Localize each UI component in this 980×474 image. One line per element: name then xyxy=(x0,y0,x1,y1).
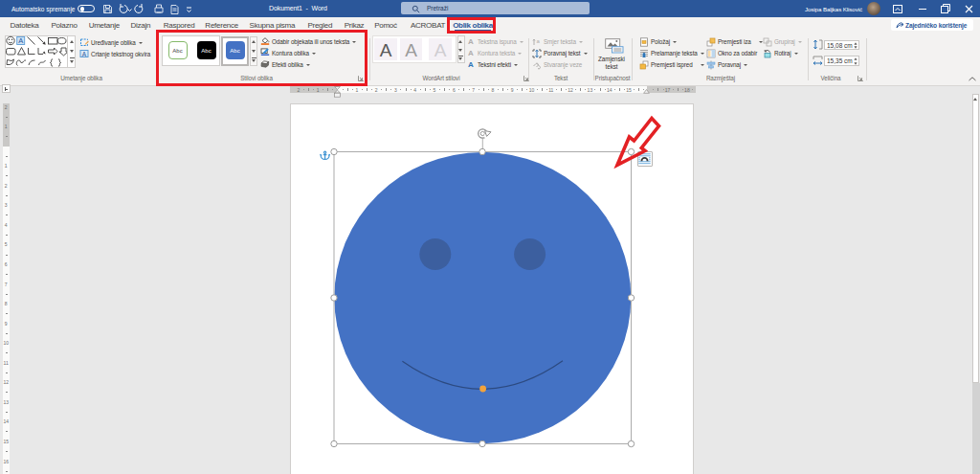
svg-text:A: A xyxy=(82,51,87,57)
svg-text:a: a xyxy=(537,38,541,44)
svg-text:A: A xyxy=(18,36,23,45)
